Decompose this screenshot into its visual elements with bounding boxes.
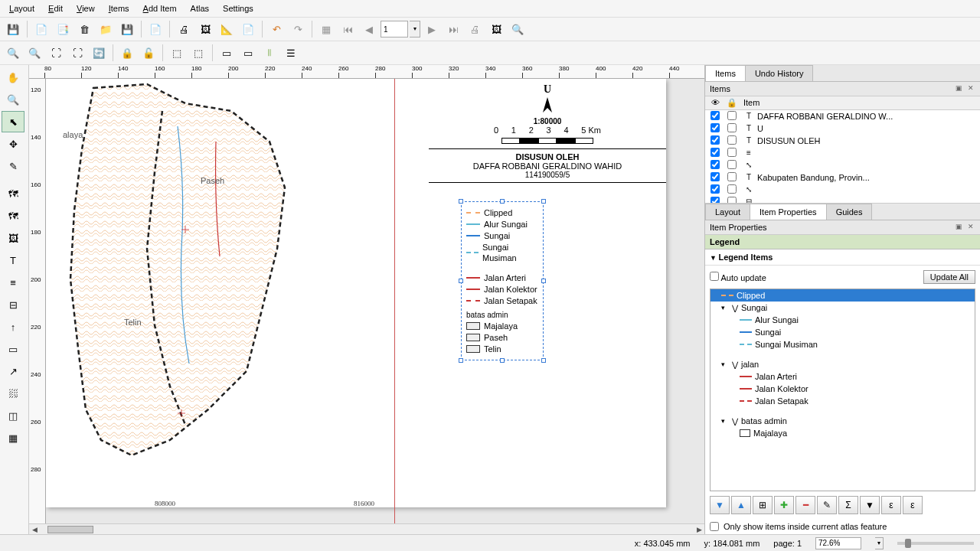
tab-layout[interactable]: Layout (705, 204, 750, 220)
menu-items[interactable]: Items (103, 2, 136, 15)
add-legend-icon[interactable]: ≡ (2, 272, 24, 293)
zoom-fit-icon[interactable]: ⛶ (67, 43, 87, 63)
edit-icon[interactable]: ✎ (817, 496, 837, 514)
legend-item[interactable]: ClippedAlur SungaiSungaiSungai Musiman J… (461, 201, 544, 360)
tab-items[interactable]: Items (705, 65, 746, 81)
zoom-input[interactable] (815, 537, 861, 549)
items-list[interactable]: 👁 🔒 Item TDAFFA ROBBANI GERALDINO W...TU… (705, 96, 980, 204)
save-template-icon[interactable]: 💾 (117, 19, 137, 39)
item-row[interactable]: TDISUSUN OLEH (705, 135, 980, 147)
lock-icon[interactable]: 🔒 (117, 43, 137, 63)
add-table-icon[interactable]: ▦ (2, 427, 24, 448)
item-row[interactable]: ⊟ (705, 196, 980, 204)
menu-layout[interactable]: Layout (3, 2, 41, 15)
menu-additem[interactable]: Add Item (137, 2, 183, 15)
zoom-100-icon[interactable]: ⛶ (46, 43, 66, 63)
refresh-icon[interactable]: 🔄 (89, 43, 109, 63)
expr2-icon[interactable]: ε (903, 496, 923, 514)
edit-nodes-icon[interactable]: ✎ (2, 155, 24, 177)
menu-view[interactable]: View (70, 2, 101, 15)
menu-atlas[interactable]: Atlas (185, 2, 215, 15)
dup-layout-icon[interactable]: 📑 (53, 19, 73, 39)
canvas[interactable]: Paseh Telin alaya 808000 816000 9216000 … (46, 79, 704, 523)
tree-row[interactable]: ▾⋁Sungai (710, 302, 975, 314)
expr-icon[interactable]: ε (881, 496, 901, 514)
item-row[interactable]: TU (705, 122, 980, 135)
export-img-icon[interactable]: 🖼 (195, 19, 215, 39)
legend-items-section[interactable]: Legend Items (705, 249, 980, 266)
add-page-icon[interactable]: 📄 (145, 19, 165, 39)
zoom-dd-icon[interactable]: ▾ (875, 537, 884, 549)
tree-row[interactable]: Sungai (710, 326, 975, 338)
zoom-in-icon[interactable]: 🔍 (3, 43, 23, 63)
export-pdf-icon[interactable]: 📄 (238, 19, 258, 39)
move-up-icon[interactable]: ▲ (731, 496, 751, 514)
map-frame[interactable]: Paseh Telin alaya 808000 816000 9216000 … (47, 80, 384, 509)
tree-row[interactable]: ▾⋁jalan (710, 358, 975, 370)
tree-row[interactable]: ▾⋁batas admin (710, 415, 975, 427)
auto-update-checkbox[interactable]: Auto update (710, 272, 766, 282)
group-icon[interactable]: ⬚ (167, 43, 187, 63)
panel-ctrl-icons[interactable]: ▣ ✕ (956, 84, 975, 93)
print-icon[interactable]: 🖨 (174, 19, 194, 39)
move-down-icon[interactable]: ▼ (710, 496, 730, 514)
add-picture-icon[interactable]: 🖼 (2, 227, 24, 249)
align-icon[interactable]: ⫴ (260, 43, 279, 63)
undo-icon[interactable]: ↶ (266, 19, 286, 39)
tab-guides[interactable]: Guides (826, 204, 873, 220)
tab-item-properties[interactable]: Item Properties (750, 204, 827, 220)
zoom-slider[interactable] (897, 542, 974, 545)
panel-ctrl-icons[interactable]: ▣ ✕ (956, 223, 975, 232)
tree-row[interactable]: Majalaya (710, 427, 975, 439)
ungroup-icon[interactable]: ⬚ (188, 43, 208, 63)
page-dd-icon[interactable]: ▾ (410, 21, 420, 37)
sigma-icon[interactable]: Σ (838, 496, 858, 514)
item-row[interactable]: ⤡ (705, 159, 980, 171)
unlock-icon[interactable]: 🔓 (139, 43, 158, 63)
add-map-icon[interactable]: 🗺 (2, 183, 24, 204)
tree-row[interactable]: Clipped (710, 289, 975, 302)
distribute-icon[interactable]: ☰ (281, 43, 301, 63)
lower-icon[interactable]: ▭ (238, 43, 258, 63)
tree-row[interactable]: Jalan Arteri (710, 370, 975, 383)
item-row[interactable]: TKabupaten Bandung, Provin... (705, 171, 980, 184)
add-group-icon[interactable]: ⊞ (753, 496, 773, 514)
add-scalebar-icon[interactable]: ⊟ (2, 294, 24, 315)
add-node-icon[interactable]: ⛆ (2, 383, 24, 404)
atlas-export-icon[interactable]: 🖼 (486, 19, 506, 39)
add-html-icon[interactable]: ◫ (2, 405, 24, 426)
select-tool-icon[interactable]: ⬉ (2, 111, 24, 132)
item-row[interactable]: ≡ (705, 147, 980, 159)
legend-tree[interactable]: Clipped▾⋁SungaiAlur SungaiSungaiSungai M… (710, 289, 975, 491)
menu-settings[interactable]: Settings (217, 2, 260, 15)
add-3dmap-icon[interactable]: 🗺 (2, 205, 24, 227)
move-content-icon[interactable]: ✥ (2, 133, 24, 155)
tab-undo[interactable]: Undo History (745, 65, 814, 81)
item-row[interactable]: TDAFFA ROBBANI GERALDINO W... (705, 110, 980, 122)
only-show-checkbox[interactable] (710, 522, 719, 531)
update-all-button[interactable]: Update All (923, 270, 975, 284)
atlas-settings-icon[interactable]: 🔍 (508, 19, 528, 39)
tree-row[interactable]: Alur Sungai (710, 314, 975, 326)
menu-edit[interactable]: Edit (42, 2, 69, 15)
zoom-out-icon[interactable]: 🔍 (24, 43, 44, 63)
add-shape-icon[interactable]: ▭ (2, 338, 24, 360)
add-icon[interactable]: ✚ (774, 496, 794, 514)
remove-icon[interactable]: ━ (795, 496, 815, 514)
page-input[interactable] (381, 21, 408, 37)
tree-row[interactable]: Jalan Kolektor (710, 383, 975, 395)
zoom-tool-icon[interactable]: 🔍 (2, 89, 24, 110)
del-layout-icon[interactable]: 🗑 (74, 19, 94, 39)
item-row[interactable]: ⤡ (705, 184, 980, 196)
raise-icon[interactable]: ▭ (217, 43, 237, 63)
export-svg-icon[interactable]: 📐 (217, 19, 237, 39)
new-layout-icon[interactable]: 📄 (31, 19, 51, 39)
add-label-icon[interactable]: T (2, 249, 24, 271)
pan-tool-icon[interactable]: ✋ (2, 67, 24, 88)
save-icon[interactable]: 💾 (3, 19, 23, 39)
open-icon[interactable]: 📁 (96, 19, 116, 39)
hscrollbar[interactable]: ◀▶ (29, 523, 704, 534)
filter-icon[interactable]: ▼ (860, 496, 880, 514)
add-arrow-icon[interactable]: ↗ (2, 360, 24, 382)
tree-row[interactable]: Jalan Setapak (710, 395, 975, 407)
